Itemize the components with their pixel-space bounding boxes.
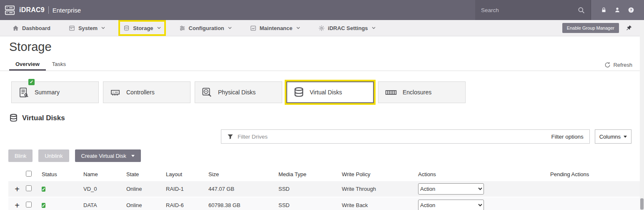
columns-label: Columns <box>599 134 621 140</box>
chevron-down-icon <box>372 27 376 29</box>
main-nav: Dashboard System Storage Confi <box>0 20 644 36</box>
card-label: Physical Disks <box>218 89 256 96</box>
tab-tasks[interactable]: Tasks <box>46 59 72 71</box>
header-layout: Layout <box>166 171 208 177</box>
storage-icon <box>123 25 130 31</box>
status-ok-icon: ✓ <box>28 79 35 85</box>
action-select[interactable]: Action <box>418 183 484 195</box>
storage-cards: Summary ✓ Controllers Physical Disks Vi <box>11 81 644 103</box>
select-all-checkbox[interactable] <box>26 171 42 178</box>
search-bar[interactable] <box>475 0 591 20</box>
idrac-logo-icon <box>4 5 15 16</box>
cell-write-policy: Write Back <box>342 202 418 208</box>
nav-label: Configuration <box>189 25 224 31</box>
user-icon[interactable] <box>614 7 621 13</box>
chevron-down-icon <box>131 155 135 157</box>
cell-state: Online <box>126 186 166 192</box>
main-content: Storage Overview Tasks Refresh Summary ✓ <box>0 40 644 210</box>
nav-item-storage[interactable]: Storage <box>123 25 160 31</box>
card-label: Enclosures <box>403 89 431 96</box>
enable-group-manager-button[interactable]: Enable Group Manager <box>562 23 619 33</box>
virtual-disks-table: Status Name State Layout Size Media Type… <box>8 167 644 210</box>
cell-media-type: SSD <box>278 186 342 192</box>
header-write-policy: Write Policy <box>342 171 418 177</box>
nav-item-dashboard[interactable]: Dashboard <box>13 25 50 31</box>
physical-disks-icon <box>201 87 213 98</box>
expand-plus-icon[interactable]: + <box>8 185 26 193</box>
cell-state: Online <box>126 202 166 208</box>
pin-icon[interactable] <box>626 25 632 31</box>
system-icon <box>69 25 75 31</box>
vertical-scrollbar[interactable] <box>640 20 644 210</box>
nav-item-maintenance[interactable]: Maintenance <box>250 25 300 31</box>
create-virtual-disk-button[interactable]: Create Virtual Disk <box>75 149 141 162</box>
header-actions: Actions <box>418 171 550 177</box>
nav-item-configuration[interactable]: Configuration <box>179 25 232 31</box>
row-checkbox[interactable] <box>26 185 42 192</box>
tab-overview[interactable]: Overview <box>9 59 46 71</box>
page-title: Storage <box>9 40 644 54</box>
nav-item-system[interactable]: System <box>69 25 105 31</box>
card-virtual-disks[interactable]: Virtual Disks <box>286 81 374 103</box>
row-checkbox[interactable] <box>26 202 42 209</box>
card-physical-disks[interactable]: Physical Disks <box>195 81 282 103</box>
home-icon <box>13 25 19 31</box>
card-label: Controllers <box>126 89 155 96</box>
nav-label: iDRAC Settings <box>328 25 368 31</box>
brand-name: iDRAC9 <box>19 6 45 14</box>
card-label: Summary <box>35 89 60 96</box>
search-input[interactable] <box>481 7 578 13</box>
refresh-button[interactable]: Refresh <box>604 62 632 68</box>
help-icon[interactable]: ? <box>628 7 634 13</box>
blink-button[interactable]: Blink <box>8 149 33 162</box>
unblink-button[interactable]: Unblink <box>38 149 69 162</box>
refresh-label: Refresh <box>613 62 632 68</box>
search-icon[interactable] <box>578 7 585 14</box>
table-row: + ✓ VD_0 Online RAID-1 447.07 GB SSD Wri… <box>8 181 644 197</box>
maintenance-icon <box>250 25 256 31</box>
header-name: Name <box>83 171 126 177</box>
chevron-down-icon <box>157 27 161 29</box>
nav-label: Storage <box>133 25 153 31</box>
action-select[interactable]: Action <box>418 200 484 210</box>
row-checkbox-input[interactable] <box>26 185 32 191</box>
tabs: Overview Tasks <box>9 59 72 71</box>
card-label: Virtual Disks <box>310 89 342 96</box>
toolbar: Blink Unblink Create Virtual Disk <box>8 149 644 162</box>
configuration-icon <box>179 25 185 31</box>
header-size: Size <box>208 171 278 177</box>
row-checkbox-input[interactable] <box>26 202 32 207</box>
status-ok-icon: ✓ <box>42 187 45 192</box>
brand-edition: Enterprise <box>53 7 81 14</box>
nav-item-idrac-settings[interactable]: iDRAC Settings <box>318 25 376 31</box>
header-pending-actions: Pending Actions <box>550 171 634 177</box>
svg-text:?: ? <box>630 8 632 12</box>
chevron-down-icon <box>296 27 300 29</box>
header-status: Status <box>42 171 83 177</box>
cell-size: 60798.38 GB <box>208 202 278 208</box>
status-ok-icon: ✓ <box>42 203 45 208</box>
filter-drives-input[interactable] <box>238 134 547 140</box>
nav-label: Dashboard <box>22 25 50 31</box>
card-controllers[interactable]: Controllers <box>103 81 190 103</box>
card-summary[interactable]: Summary ✓ <box>11 81 99 103</box>
scrollbar-thumb[interactable] <box>640 198 644 210</box>
topbar-icons: ? <box>591 0 644 20</box>
filter-options-link[interactable]: Filter options <box>551 134 583 140</box>
columns-button[interactable]: Columns <box>595 129 631 144</box>
refresh-icon <box>604 62 611 68</box>
brand-divider <box>48 6 49 14</box>
header-state: State <box>126 171 166 177</box>
virtual-disks-icon <box>293 87 304 98</box>
brand: iDRAC9 Enterprise <box>0 5 475 16</box>
cell-size: 447.07 GB <box>208 186 278 192</box>
idrac-app: iDRAC9 Enterprise ? <box>0 0 644 210</box>
cell-name: DATA <box>83 202 126 208</box>
card-enclosures[interactable]: Enclosures <box>378 81 466 103</box>
lock-icon[interactable] <box>601 7 607 13</box>
virtual-disks-icon <box>9 114 18 122</box>
nav-label: System <box>78 25 98 31</box>
select-all-checkbox-input[interactable] <box>26 171 32 177</box>
cell-layout: RAID-6 <box>166 202 208 208</box>
expand-plus-icon[interactable]: + <box>8 201 26 210</box>
